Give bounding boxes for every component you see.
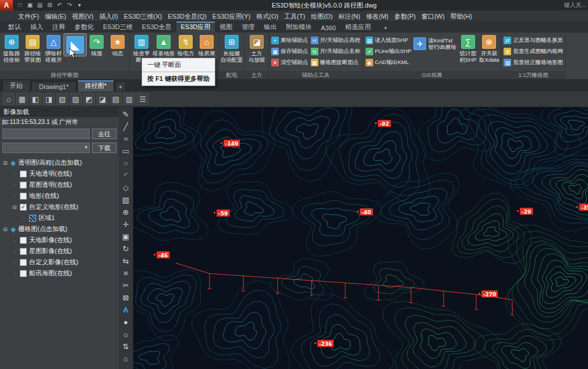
ribbon-tab-4[interactable]: 参数化 bbox=[70, 22, 98, 33]
ribbon-collapse-icon[interactable]: ▾ bbox=[381, 23, 390, 33]
collapse-expander-icon[interactable]: ⊟ bbox=[2, 160, 8, 166]
ribbon-tab-6[interactable]: ES3D全息 bbox=[137, 22, 176, 33]
ribbon-tab-7[interactable]: ES3D应用 bbox=[176, 22, 215, 33]
offset-icon[interactable]: ≡ bbox=[120, 267, 132, 279]
tree-item-shipxy-chart[interactable]: ·船讯海图(在线) bbox=[0, 268, 119, 279]
tree-item-tiandi-image[interactable]: ·天地影像(在线) bbox=[0, 235, 119, 246]
raster-profile-points-button[interactable]: ▩栅格图提断面点 bbox=[311, 57, 360, 68]
menu-item-15[interactable]: 帮助(H) bbox=[448, 10, 475, 22]
arc-icon[interactable]: ◜ bbox=[120, 169, 132, 182]
lineweight-icon[interactable]: ▤ bbox=[110, 93, 122, 105]
tower-root-button[interactable]: △绑绘杆塔根开 bbox=[43, 34, 64, 63]
menu-item-9[interactable]: 工具(T) bbox=[281, 10, 308, 22]
cad-export-kml-button[interactable]: ◆CAD输出KML bbox=[366, 57, 412, 68]
sheet-name-convert-button[interactable]: ⇄正反算与图幅名换算 bbox=[504, 35, 563, 46]
tree-item-custom-terrain-checkbox[interactable]: ✓ bbox=[20, 204, 27, 211]
new-file-icon[interactable]: □ bbox=[15, 0, 25, 10]
tree-item-custom-image-checkbox[interactable] bbox=[20, 259, 27, 266]
copy-icon[interactable]: ▣ bbox=[120, 230, 132, 243]
settings-icon[interactable]: ☼ bbox=[120, 328, 132, 340]
tree-item-terrain[interactable]: ·地形(在线) bbox=[0, 190, 119, 201]
pline-export-shp-button[interactable]: ↗PLine输出SHP bbox=[366, 46, 412, 57]
batch-grid-button[interactable]: ⊞批量生成图幅内格网 bbox=[504, 46, 563, 57]
pencil-icon[interactable]: ✎ bbox=[120, 108, 132, 120]
move-icon[interactable]: ✛ bbox=[120, 218, 132, 230]
polygon-icon[interactable]: ◇ bbox=[120, 182, 132, 194]
open-file-icon[interactable]: ▣ bbox=[25, 0, 35, 10]
view-home-icon[interactable]: ⌂ bbox=[120, 353, 132, 365]
menu-item-11[interactable]: 标注(N) bbox=[335, 10, 363, 22]
donut-icon[interactable]: ● bbox=[120, 316, 132, 328]
layer-select[interactable]: ▾ bbox=[2, 143, 90, 153]
text-icon[interactable]: A bbox=[120, 304, 132, 316]
draw-strip-map-button[interactable]: ▤路径绘带状图 bbox=[22, 34, 43, 63]
tree-item-starmap-image[interactable]: ·星图影像(在线) bbox=[0, 246, 119, 257]
save-icon[interactable]: ▤ bbox=[35, 0, 45, 10]
read-line-shp-button[interactable]: ▧读入线面SHP bbox=[366, 35, 412, 46]
app-logo-icon[interactable]: A bbox=[0, 0, 13, 10]
ribbon-tab-2[interactable]: 插入 bbox=[26, 22, 48, 33]
ribbon-tab-10[interactable]: 输出 bbox=[259, 22, 281, 33]
print-icon[interactable]: ⊞ bbox=[45, 0, 55, 10]
location-input[interactable] bbox=[2, 129, 90, 139]
collapse-expander-icon[interactable]: ⊟ bbox=[2, 226, 8, 232]
dynamic-input-icon[interactable]: ◪ bbox=[97, 93, 108, 105]
snap-tracking-icon[interactable]: ▨ bbox=[70, 93, 82, 105]
ribbon-tab-11[interactable]: 附加模块 bbox=[281, 22, 316, 33]
hatch-icon[interactable]: ▨ bbox=[120, 194, 132, 206]
plot-aux-points-button[interactable]: +展绘辅助点 bbox=[271, 35, 309, 46]
tree-item-tiandi-transparent[interactable]: ·天地透明(在线) bbox=[0, 168, 119, 179]
continue-profile-button[interactable]: ↷续接 bbox=[86, 34, 107, 56]
tree-group-transparent[interactable]: ⊟◈透明图/高程(点击加载) bbox=[0, 157, 119, 168]
one-key-profile-button[interactable]: ◣ bbox=[64, 34, 86, 56]
rotate-icon[interactable]: ↻ bbox=[120, 243, 132, 255]
earthwork-slope-button[interactable]: ◪土方与放坡 bbox=[246, 34, 267, 63]
home-icon[interactable]: ⌂ bbox=[3, 93, 15, 105]
titlebar-search[interactable]: 键入关... bbox=[564, 1, 586, 9]
tree-item-region1[interactable]: ·区域1 bbox=[0, 212, 119, 223]
toggle-aux-elevation-button[interactable]: H开/关辅助点高程 bbox=[311, 35, 360, 46]
menu-item-1[interactable]: 文件(F) bbox=[15, 10, 42, 22]
doc-tab-2[interactable]: Drawing1* bbox=[31, 81, 76, 91]
ribbon-tab-9[interactable]: 管理 bbox=[237, 22, 259, 33]
menu-item-2[interactable]: 编辑(E) bbox=[42, 10, 69, 22]
dynamic-ucs-icon[interactable]: ◩ bbox=[83, 93, 95, 105]
tree-item-starmap-transparent-checkbox[interactable] bbox=[20, 182, 27, 189]
circle-icon[interactable]: ○ bbox=[120, 157, 132, 169]
leg-auto-config-button[interactable]: ⊞长短腿自动配置 bbox=[220, 34, 243, 63]
tree-item-shipxy-chart-checkbox[interactable] bbox=[20, 270, 27, 277]
more-commands-icon[interactable]: ▾ bbox=[75, 0, 84, 10]
doc-tab-1[interactable]: 开始 bbox=[2, 80, 30, 91]
tree-item-custom-terrain[interactable]: ⊟✓自定义地形(在线) bbox=[0, 201, 119, 212]
menu-item-6[interactable]: ES3D全息(Q) bbox=[165, 10, 210, 22]
tree-item-starmap-transparent[interactable]: ·星图透明(在线) bbox=[0, 179, 119, 190]
goto-button[interactable]: 去往 bbox=[92, 129, 116, 139]
menu-item-14[interactable]: 窗口(W) bbox=[419, 10, 448, 22]
ortho-mode-icon[interactable]: ◧ bbox=[30, 93, 41, 105]
tree-item-custom-image[interactable]: ·自定义影像(在线) bbox=[0, 257, 119, 268]
toggle-xdata-button[interactable]: ⊗开关获取Xdata bbox=[479, 34, 500, 63]
point-icon[interactable]: ⊕ bbox=[120, 206, 132, 218]
tree-group-raster[interactable]: ⊟◈栅格图(点击加载) bbox=[0, 223, 119, 235]
download-button[interactable]: 下载 bbox=[92, 143, 116, 153]
transparency-icon[interactable]: ▥ bbox=[123, 93, 135, 105]
grid-snap-icon[interactable]: ▦ bbox=[16, 93, 28, 105]
batch-rectify-button[interactable]: ▨批量校正栅格地形图 bbox=[504, 57, 563, 68]
menu-item-3[interactable]: 视图(V) bbox=[69, 10, 97, 22]
collapse-expander-icon[interactable]: ⊟ bbox=[12, 204, 17, 210]
tree-item-starmap-image-checkbox[interactable] bbox=[20, 248, 27, 255]
polyline-icon[interactable]: ≈ bbox=[120, 133, 132, 145]
mirror-icon[interactable]: ⇆ bbox=[120, 255, 132, 267]
area-stat-shp-button[interactable]: ∑统计面积SHP bbox=[458, 34, 479, 63]
tree-item-tiandi-image-checkbox[interactable] bbox=[20, 237, 27, 244]
menu-item-5[interactable]: ES3D三维(X) bbox=[121, 10, 165, 22]
ribbon-tab-1[interactable]: 默认 bbox=[3, 22, 26, 33]
menu-item-7[interactable]: ES3D应用(Y) bbox=[210, 10, 253, 22]
save-aux-points-button[interactable]: ▦保存辅助点 bbox=[271, 46, 309, 57]
ribbon-tab-8[interactable]: 视图 bbox=[215, 22, 237, 33]
redo-icon[interactable]: ↷ bbox=[65, 0, 75, 10]
tree-item-terrain-checkbox[interactable] bbox=[20, 193, 27, 200]
ribbon-tab-12[interactable]: A360 bbox=[316, 23, 341, 33]
menu-item-8[interactable]: 格式(O) bbox=[253, 10, 281, 22]
menu-item-10[interactable]: 绘图(D) bbox=[308, 10, 335, 22]
